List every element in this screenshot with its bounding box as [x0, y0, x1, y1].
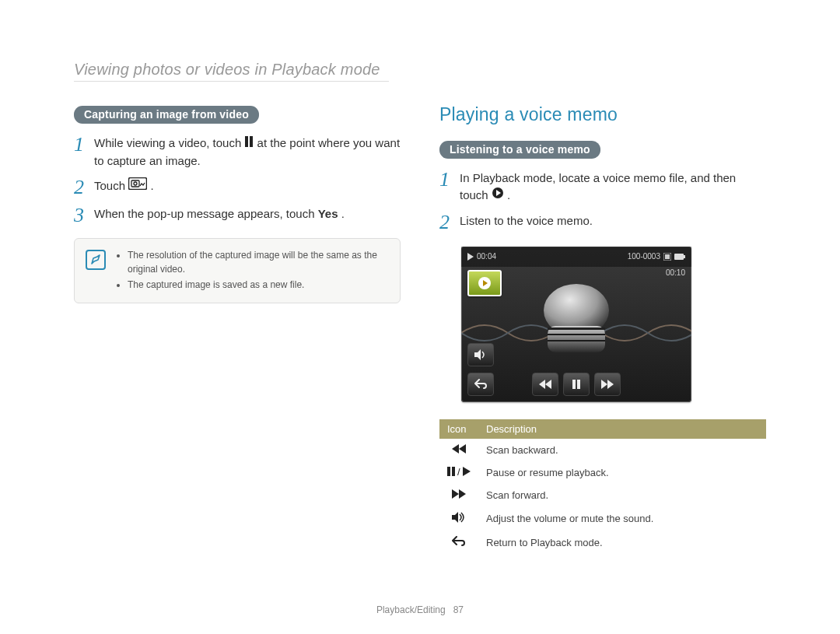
svg-rect-9	[665, 254, 670, 259]
memo-topbar: 00:04 100-0003	[461, 247, 691, 267]
step-text: .	[341, 207, 345, 220]
memo-thumbnail	[467, 270, 502, 296]
cell-desc: Adjust the volume or mute the sound.	[478, 506, 766, 531]
right-section-title: Listening to a voice memo	[439, 141, 600, 159]
svg-rect-28	[447, 467, 450, 476]
volume-icon	[439, 506, 478, 531]
svg-rect-17	[548, 334, 605, 335]
svg-marker-27	[459, 444, 466, 454]
svg-marker-26	[452, 444, 459, 454]
step-1: 1 While viewing a video, touch at the po…	[74, 135, 401, 170]
svg-rect-23	[577, 380, 580, 389]
note-bullet: The resolution of the captured image wil…	[128, 248, 389, 276]
svg-marker-33	[459, 489, 466, 499]
battery-icon	[674, 254, 685, 260]
note-box: The resolution of the captured image wil…	[74, 238, 401, 303]
cell-desc: Return to Playback mode.	[478, 531, 766, 555]
pause-play-icon: /	[439, 461, 478, 484]
fastforward-icon	[439, 484, 478, 506]
svg-rect-10	[674, 254, 684, 260]
step-text: While viewing a video, touch	[94, 136, 244, 149]
return-button[interactable]	[467, 373, 494, 396]
right-column: Playing a voice memo Listening to a voic…	[439, 104, 766, 555]
rewind-icon	[439, 439, 478, 461]
step-body: In Playback mode, locate a voice memo fi…	[460, 170, 766, 205]
table-row: Adjust the volume or mute the sound.	[439, 506, 766, 531]
footer-page: 87	[453, 604, 464, 615]
table-row: / Pause or resume playback.	[439, 461, 766, 484]
svg-marker-32	[452, 489, 459, 499]
svg-text:/: /	[457, 467, 460, 476]
svg-rect-1	[250, 136, 253, 147]
step-text-bold: Yes	[318, 207, 338, 220]
svg-rect-0	[245, 136, 248, 147]
step-number: 1	[74, 135, 94, 155]
memo-controls	[461, 373, 691, 396]
step-2: 2 Touch .	[74, 177, 401, 198]
cell-desc: Pause or resume playback.	[478, 461, 766, 484]
page-header: Viewing photos or videos in Playback mod…	[74, 61, 380, 79]
play-indicator-icon	[467, 253, 474, 261]
table-row: Scan forward.	[439, 484, 766, 506]
svg-marker-21	[545, 380, 551, 389]
elapsed-time: 00:04	[477, 252, 496, 261]
svg-rect-11	[684, 255, 685, 258]
svg-marker-34	[452, 512, 458, 523]
step-body: Touch .	[94, 177, 401, 195]
step-text: .	[507, 188, 510, 201]
svg-marker-19	[474, 349, 481, 360]
step-text: When the pop-up message appears, touch	[94, 207, 318, 220]
table-row: Return to Playback mode.	[439, 531, 766, 555]
icon-description-table: Icon Description Scan backward. / Pause …	[439, 419, 766, 555]
cell-desc: Scan backward.	[478, 439, 766, 461]
step-body: When the pop-up message appears, touch Y…	[94, 205, 401, 222]
svg-marker-31	[463, 467, 471, 476]
return-icon	[439, 531, 478, 555]
step-number: 2	[74, 177, 94, 198]
svg-rect-29	[452, 467, 455, 476]
fastforward-button[interactable]	[594, 373, 621, 396]
pause-button[interactable]	[563, 373, 590, 396]
svg-rect-18	[548, 340, 605, 342]
svg-marker-20	[539, 380, 545, 389]
right-steps: 1 In Playback mode, locate a voice memo …	[439, 170, 766, 233]
step-number: 2	[439, 212, 460, 233]
svg-rect-16	[548, 328, 605, 330]
footer-section: Playback/Editing	[376, 604, 446, 615]
step-number: 3	[74, 205, 94, 226]
step-text: .	[150, 179, 153, 192]
th-desc: Description	[478, 419, 766, 439]
left-column: Capturing an image from video 1 While vi…	[74, 106, 401, 303]
left-section-title: Capturing an image from video	[74, 106, 259, 124]
page-footer: Playback/Editing 87	[0, 604, 840, 615]
th-icon: Icon	[439, 419, 478, 439]
folder-index: 100-0003	[628, 252, 660, 261]
note-list: The resolution of the captured image wil…	[117, 248, 389, 292]
svg-marker-25	[607, 380, 614, 389]
left-steps: 1 While viewing a video, touch at the po…	[74, 135, 401, 226]
svg-point-4	[134, 182, 137, 185]
microphone-graphic	[534, 284, 619, 358]
svg-rect-22	[572, 380, 576, 389]
step-1: 1 In Playback mode, locate a voice memo …	[439, 170, 766, 205]
step-3: 3 When the pop-up message appears, touch…	[74, 205, 401, 226]
step-body: Listen to the voice memo.	[460, 212, 766, 229]
step-body: While viewing a video, touch at the poin…	[94, 135, 401, 170]
svg-rect-15	[548, 326, 605, 352]
rewind-button[interactable]	[532, 373, 558, 396]
svg-marker-24	[601, 380, 607, 389]
svg-rect-3	[131, 180, 139, 187]
table-row: Scan backward.	[439, 439, 766, 461]
step-text: Touch	[94, 179, 128, 192]
header-rule	[74, 81, 389, 82]
volume-button[interactable]	[467, 343, 494, 366]
note-bullet: The captured image is saved as a new fil…	[128, 278, 389, 292]
capture-icon	[128, 177, 147, 194]
memo-status-icon	[663, 253, 671, 261]
pause-icon	[244, 135, 254, 152]
play-circle-icon	[492, 187, 504, 204]
note-icon	[86, 250, 106, 270]
voice-memo-screen: 00:04 100-0003 00:10	[461, 247, 691, 402]
total-time: 00:10	[666, 268, 685, 277]
right-heading: Playing a voice memo	[439, 104, 766, 125]
